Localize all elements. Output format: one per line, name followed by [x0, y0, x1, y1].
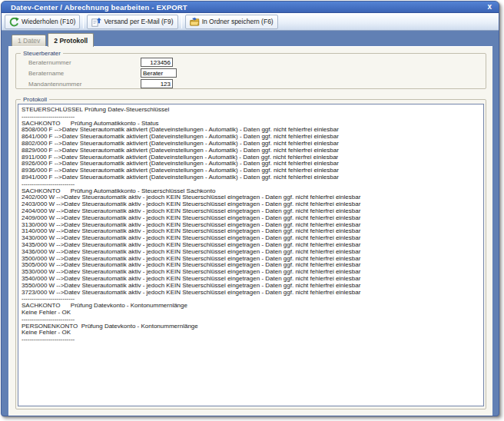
protokoll-legend: Protokoll [21, 96, 49, 103]
refresh-icon [9, 17, 19, 27]
toolbar: Wiederholen (F10) Versand per E-Mail (F9… [2, 13, 499, 31]
log-line: PERSONENKONTO Prüfung Datevkonto - Konto… [22, 323, 480, 330]
in-ordner-speichern-label: In Ordner speichern (F6) [202, 18, 274, 25]
save-folder-icon [190, 17, 200, 27]
tab-protokoll[interactable]: 2 Protokoll [48, 33, 94, 47]
send-mail-icon [91, 17, 101, 27]
log-line: 8941/000 F -->Datev Steuerautomatik akti… [22, 174, 480, 181]
titlebar: Datev-Center / Abrechnung bearbeiten - E… [2, 2, 499, 13]
datev-export-window: Datev-Center / Abrechnung bearbeiten - E… [1, 1, 499, 416]
tab-protokoll-label: 2 Protokoll [54, 37, 88, 45]
protokoll-tab-page: Steuerberater Beraternummer Beratername … [8, 46, 492, 416]
steuerberater-groupbox: Steuerberater Beraternummer Beratername … [15, 53, 486, 89]
log-line: Keine Fehler - OK [22, 310, 480, 317]
beratername-field[interactable] [141, 68, 177, 78]
protokoll-groupbox: Protokoll STEUERSCHLÜSSEL Prüfung Datev-… [15, 99, 486, 409]
mandantennummer-label: Mandantennummer [28, 81, 81, 88]
content-frame: 1 Datev 2 Protokoll Steuerberater Berate… [2, 31, 499, 416]
toolbar-separator [181, 15, 182, 28]
steuerberater-legend: Steuerberater [21, 50, 63, 57]
window-title: Datev-Center / Abrechnung bearbeiten - E… [2, 2, 499, 13]
tab-datev-label: 1 Datev [18, 37, 40, 45]
log-lines: STEUERSCHLÜSSEL Prüfung Datev-Steuerschl… [22, 107, 480, 343]
log-line: Keine Fehler - OK [22, 330, 480, 336]
tab-datev[interactable]: 1 Datev [12, 35, 46, 46]
mandantennummer-field[interactable] [141, 79, 173, 88]
log-line: 3723/000 W -->Datev Steuerautomatik akti… [22, 290, 480, 297]
protokoll-log-area[interactable]: STEUERSCHLÜSSEL Prüfung Datev-Steuerschl… [18, 104, 484, 406]
in-ordner-speichern-button[interactable]: In Ordner speichern (F6) [185, 15, 278, 29]
log-line: SACHKONTO Prüfung Datevkonto - Kontonumm… [22, 303, 480, 310]
wiederholen-button[interactable]: Wiederholen (F10) [5, 15, 80, 29]
versand-email-label: Versand per E-Mail (F9) [104, 18, 173, 25]
tabstrip: 1 Datev 2 Protokoll [8, 31, 492, 46]
toolbar-separator [83, 15, 84, 28]
versand-email-button[interactable]: Versand per E-Mail (F9) [87, 15, 177, 29]
log-line: -------------------------- [22, 336, 480, 343]
mandantennummer-row: Mandantennummer [16, 79, 486, 89]
beratername-row: Beratername [16, 68, 486, 78]
beraternummer-row: Beraternummer [16, 58, 486, 68]
wiederholen-label: Wiederholen (F10) [22, 18, 75, 25]
beraternummer-field[interactable] [141, 58, 173, 67]
log-line: STEUERSCHLÜSSEL Prüfung Datev-Steuerschl… [22, 107, 480, 114]
beratername-label: Beratername [28, 70, 64, 77]
close-icon[interactable]: x [487, 2, 492, 12]
beraternummer-label: Beraternummer [28, 59, 71, 66]
